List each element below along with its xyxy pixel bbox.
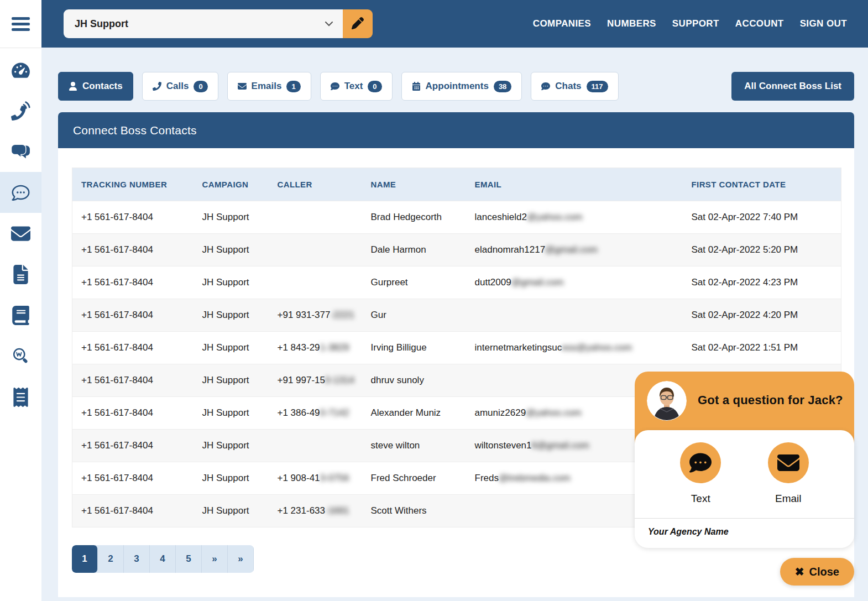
sidebar-item[interactable] <box>0 295 41 336</box>
column-header: FIRST CONTACT DATE <box>683 168 841 201</box>
nav-link[interactable]: SUPPORT <box>672 18 719 29</box>
cell-caller: +91 931-377-2221 <box>269 299 362 332</box>
edit-company-button[interactable] <box>343 9 373 38</box>
tab-badge: 117 <box>587 81 608 92</box>
sidebar-item[interactable] <box>0 254 41 295</box>
table-row[interactable]: +1 561-617-8404 JH Support Gurpreet dutt… <box>72 266 841 299</box>
page-button[interactable]: 2 <box>98 545 124 573</box>
cell-tracking-number: +1 561-617-8404 <box>72 299 194 332</box>
sidebar-item[interactable] <box>0 172 41 213</box>
sidebar-item[interactable] <box>0 49 41 90</box>
comments-icon <box>11 142 30 161</box>
comment-icon <box>331 82 339 91</box>
cell-campaign: JH Support <box>194 332 269 364</box>
sidebar-item[interactable] <box>0 213 41 254</box>
book-icon <box>11 306 30 325</box>
hamburger-bar <box>12 23 30 25</box>
chevron-down-icon <box>325 19 333 29</box>
cell-tracking-number: +1 561-617-8404 <box>72 462 194 495</box>
page-button[interactable]: 3 <box>124 545 150 573</box>
tab-label: Contacts <box>82 81 123 92</box>
file-icon <box>11 265 30 284</box>
avatar <box>647 381 687 421</box>
redacted-email-part: @gmail.com <box>511 277 564 288</box>
redacted-email-part: 6@gmail.com <box>532 440 589 451</box>
cell-email: dutt2009@gmail.com <box>466 266 683 299</box>
menu-toggle-icon[interactable] <box>12 17 30 31</box>
cell-campaign: JH Support <box>194 299 269 332</box>
sidebar-item[interactable] <box>0 90 41 131</box>
tab[interactable]: Chats 117 <box>531 72 618 101</box>
cell-tracking-number: +1 561-617-8404 <box>72 266 194 299</box>
tab[interactable]: Contacts <box>58 72 133 101</box>
tab-label: Text <box>344 81 363 92</box>
redacted-caller-digits: -2221 <box>330 310 354 320</box>
tab[interactable]: Calls 0 <box>142 72 218 101</box>
redacted-email-part: @gmail.com <box>545 244 598 255</box>
tab-label: Emails <box>252 81 282 92</box>
chat-widget-action[interactable]: Email <box>768 442 809 505</box>
company-selector-value: JH Support <box>75 18 128 30</box>
table-header-row: TRACKING NUMBER CAMPAIGN CALLER NAME EMA… <box>72 168 841 201</box>
nav-link[interactable]: ACCOUNT <box>735 18 784 29</box>
page-button[interactable]: » <box>202 545 228 573</box>
company-selector[interactable]: JH Support <box>64 9 343 38</box>
navbar-links: COMPANIES NUMBERS SUPPORT ACCOUNT SIGN O… <box>533 18 847 29</box>
cell-first-contact-date: Sat 02-Apr-2022 4:23 PM <box>683 266 841 299</box>
panel-title: Connect Boss Contacts <box>73 124 197 137</box>
table-row[interactable]: +1 561-617-8404 JH Support +1 843-291-38… <box>72 332 841 364</box>
table-row[interactable]: +1 561-617-8404 JH Support Brad Hedgecor… <box>72 201 841 234</box>
comment-icon <box>680 442 721 483</box>
cell-caller <box>269 201 362 234</box>
column-header: CALLER <box>269 168 362 201</box>
cell-email <box>466 299 683 332</box>
cell-tracking-number: +1 561-617-8404 <box>72 397 194 430</box>
envelope-icon <box>238 82 247 91</box>
nav-link[interactable]: COMPANIES <box>533 18 591 29</box>
page-button[interactable]: 1 <box>72 545 98 573</box>
pagination: 1 2 3 4 5 » » <box>72 545 254 573</box>
redacted-email-part: @trebmedia.com <box>499 473 571 483</box>
tab-badge: 0 <box>194 81 207 92</box>
envelope-icon <box>11 224 30 243</box>
nav-link[interactable]: NUMBERS <box>607 18 656 29</box>
cell-email: eladnomrah1217@gmail.com <box>466 234 683 266</box>
page-button[interactable]: 5 <box>176 545 202 573</box>
cell-campaign: JH Support <box>194 430 269 462</box>
tab-badge: 1 <box>286 81 300 92</box>
comment-dots-icon <box>11 183 30 202</box>
cell-campaign: JH Support <box>194 462 269 495</box>
tab[interactable]: Appointments 38 <box>401 72 522 101</box>
table-row[interactable]: +1 561-617-8404 JH Support Dale Harmon e… <box>72 234 841 266</box>
agency-name: Your Agency Name <box>635 519 854 548</box>
redacted-caller-digits: 1-3829 <box>320 342 349 353</box>
nav-link[interactable]: SIGN OUT <box>800 18 847 29</box>
sidebar-item[interactable] <box>0 377 41 417</box>
page-button[interactable]: » <box>228 545 254 573</box>
cell-name: Gur <box>362 299 466 332</box>
table-row[interactable]: +1 561-617-8404 JH Support +91 931-377-2… <box>72 299 841 332</box>
cell-email: lanceshield2@yahoo.com <box>466 201 683 234</box>
cell-name: dhruv sunoly <box>362 364 466 397</box>
phone-icon <box>153 82 161 91</box>
cell-name: Fred Schroeder <box>362 462 466 495</box>
chat-widget-action[interactable]: Text <box>680 442 721 505</box>
cell-name: steve wilton <box>362 430 466 462</box>
calendar-icon <box>412 82 421 91</box>
sidebar-item[interactable] <box>0 131 41 172</box>
cell-caller: +1 386-490-7142 <box>269 397 362 430</box>
sidebar-item[interactable] <box>0 336 41 377</box>
page-button[interactable]: 4 <box>150 545 176 573</box>
close-chat-widget-button[interactable]: ✖ Close <box>780 558 854 586</box>
sidebar-nav <box>0 48 41 417</box>
cell-email: internetmarketingsucess@yahoo.com <box>466 332 683 364</box>
cell-tracking-number: +1 561-617-8404 <box>72 201 194 234</box>
dashboard-icon <box>11 60 30 80</box>
cell-name: Scott Withers <box>362 495 466 527</box>
receipt-icon <box>11 388 30 407</box>
all-connect-boss-list-button[interactable]: All Connect Boss List <box>731 72 854 101</box>
user-icon <box>69 82 77 91</box>
redacted-email-part: ess@yahoo.com <box>562 342 632 353</box>
tab[interactable]: Emails 1 <box>227 72 311 101</box>
tab[interactable]: Text 0 <box>320 72 393 101</box>
